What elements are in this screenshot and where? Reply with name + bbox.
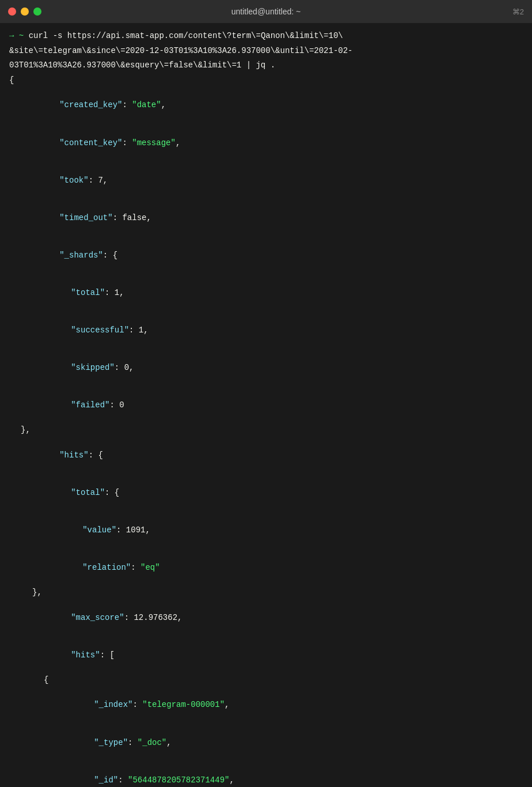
command-text-3: 03T01%3A10%3A26.937000\&esquery\=false\&… [9, 60, 275, 70]
json-shards-open: "_shards": { [9, 237, 523, 274]
close-button[interactable] [8, 7, 16, 16]
command-text-2: &site\=telegram\&since\=2020-12-03T01%3A… [9, 46, 353, 55]
json-hits-array-open: "hits": [ [9, 637, 523, 674]
json-max-score: "max_score": 12.976362, [9, 599, 523, 637]
json-timed-out: "timed_out": false, [9, 199, 523, 237]
json-shards-close: }, [9, 424, 523, 437]
traffic-lights [8, 7, 41, 16]
json-shards-total: "total": 1, [9, 274, 523, 312]
json-created-key: "created_key": "date", [9, 87, 523, 124]
json-type: "_type": "_doc", [9, 724, 523, 762]
window-title: untitled@untitled: ~ [231, 7, 301, 16]
cwd: ~ [19, 31, 29, 40]
command-line: → ~ curl -s https://api.smat-app.com/con… [9, 30, 523, 43]
json-id: "_id": "5644878205782371449", [9, 762, 523, 787]
json-shards-successful: "successful": 1, [9, 312, 523, 349]
terminal-content[interactable]: → ~ curl -s https://api.smat-app.com/con… [0, 23, 532, 787]
minimize-button[interactable] [21, 7, 29, 16]
json-shards-failed: "failed": 0 [9, 387, 523, 424]
command-text: curl -s https://api.smat-app.com/content… [29, 31, 343, 40]
json-content-key: "content_key": "message", [9, 124, 523, 162]
json-hits-open: "hits": { [9, 437, 523, 474]
command-line-2: &site\=telegram\&since\=2020-12-03T01%3A… [9, 45, 523, 58]
terminal-window: untitled@untitled: ~ ⌘2 → ~ curl -s http… [0, 0, 532, 787]
json-index: "_index": "telegram-000001", [9, 687, 523, 724]
title-bar: untitled@untitled: ~ ⌘2 [0, 0, 532, 23]
json-hits-item-open: { [9, 674, 523, 687]
prompt-arrow: → [9, 31, 14, 40]
json-shards-skipped: "skipped": 0, [9, 349, 523, 387]
shortcut-badge: ⌘2 [512, 7, 524, 16]
json-hits-total-open: "total": { [9, 474, 523, 512]
json-took: "took": 7, [9, 162, 523, 199]
json-hits-value: "value": 1091, [9, 512, 523, 549]
json-output: { "created_key": "date", "content_key": … [9, 74, 523, 787]
command-line-3: 03T01%3A10%3A26.937000\&esquery\=false\&… [9, 59, 523, 72]
maximize-button[interactable] [33, 7, 41, 16]
json-hits-total-close: }, [9, 587, 523, 599]
json-hits-relation: "relation": "eq" [9, 549, 523, 587]
json-open-brace: { [9, 74, 523, 87]
